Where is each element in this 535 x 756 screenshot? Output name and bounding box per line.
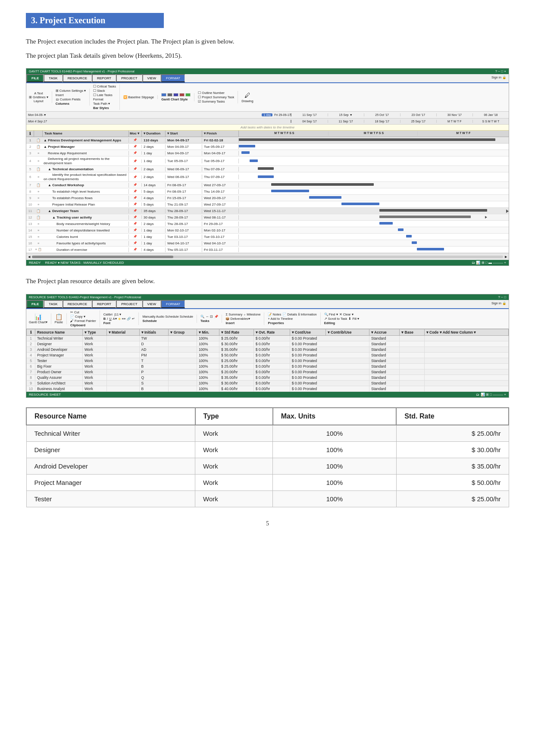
gantt-title-bar: GANTT CHART TOOLS 614482-Project Managem… xyxy=(26,69,509,74)
toolbar-layout-label: Layout xyxy=(34,99,44,103)
task-path-label: Task Path ▾ xyxy=(93,102,116,106)
row-num-6: 6 xyxy=(26,175,34,179)
rs-addcol-6 xyxy=(424,369,508,375)
row-finish-3: Mon 04-09-17 xyxy=(202,151,239,156)
row-start-5: Wed 06-09-17 xyxy=(166,167,202,172)
big-table-header-max: Max. Units xyxy=(273,408,397,425)
rs-code-7 xyxy=(400,375,424,380)
font-size: |11 ▾ xyxy=(114,312,121,316)
bt-max-1: 100% xyxy=(273,441,397,458)
bt-type-2: Work xyxy=(195,458,273,474)
rs-max-3: 100% xyxy=(197,352,219,358)
row-dur-6: 2 days xyxy=(142,175,166,179)
rs-material-7 xyxy=(106,375,139,380)
rs-group-0 xyxy=(169,335,197,341)
rs-ovt-7: $ 0.00/hr xyxy=(253,375,290,380)
rs-name-4: Tester xyxy=(35,358,83,363)
tab-task[interactable]: TASK xyxy=(44,74,62,82)
row-num-4: 4 xyxy=(26,159,34,163)
resource-subtitle: The Project plan resource details are gi… xyxy=(26,276,509,286)
scroll-to-task-icon: ↗ Scroll to Task xyxy=(324,317,347,321)
row-dur-2: 2 days xyxy=(142,144,166,149)
rs-base-4: Standard xyxy=(369,358,399,363)
res-tb-paste: 📋 Paste xyxy=(55,313,67,324)
gantt-row-2: 2 📋 ▲ Project Manager 📌 2 days Mon 04-09… xyxy=(26,144,509,150)
style-swatch-5 xyxy=(185,93,191,97)
tab-file[interactable]: FILE xyxy=(26,74,44,82)
row-icon-10: ≡ xyxy=(34,203,43,206)
rs-name-6: Product Owner xyxy=(35,369,83,375)
res-tb-properties: 📝 Notes 📄 Details ℹ Information + Add to… xyxy=(268,312,320,325)
row-taskname-5: ▲ Technical documentation xyxy=(43,167,129,172)
big-table-header-type: Type xyxy=(195,408,273,425)
row-num-16: 16 xyxy=(26,241,34,245)
mode-icon: ⊡ xyxy=(210,315,213,319)
deliverables-icon: 📦 Deliverables▾ xyxy=(225,317,250,321)
res-tab-report[interactable]: REPORT xyxy=(92,300,116,308)
rs-base-2: Standard xyxy=(369,347,399,352)
rs-num-3: 4 xyxy=(27,352,35,358)
res-tab-resource[interactable]: RESOURCE xyxy=(63,300,92,308)
editing-icons: 🔍 Find ▾ ✕ Clear ▾ xyxy=(324,312,359,316)
gantt-screenshot: GANTT CHART TOOLS 614482-Project Managem… xyxy=(26,68,509,266)
scroll-right-icon[interactable]: ▶ xyxy=(505,255,507,259)
underline-btn[interactable]: U xyxy=(109,317,111,321)
gantt-row-6: 6 ≡ Identify the product technical speci… xyxy=(26,172,509,182)
italic-btn[interactable]: I xyxy=(107,317,108,321)
gantt-week-dates: 04 Sep '17 11 Sep '17 18 Sep '17 25 Sep … xyxy=(291,120,509,123)
tasks-icons-row: 🔍 ↔ ⊡ 📌 xyxy=(200,315,219,319)
paste-icon: 📋 xyxy=(55,313,63,320)
rs-material-5 xyxy=(106,363,139,369)
paste-label: Paste xyxy=(55,320,63,324)
tab-project[interactable]: PROJECT xyxy=(116,74,142,82)
bold-btn[interactable]: B xyxy=(103,317,106,321)
row-icon-8: ≡ xyxy=(34,190,43,193)
res-tab-task[interactable]: TASK xyxy=(44,300,62,308)
rs-std-8: $ 30.00/hr xyxy=(219,380,254,386)
row-mode-11: 📌 xyxy=(129,209,142,212)
col-num-header: ℹ xyxy=(26,131,34,137)
rs-material-2 xyxy=(106,347,139,352)
row-taskname-12: ▲ Tracking user activity xyxy=(43,215,129,220)
row-icon-7: 📋 xyxy=(34,183,43,187)
tab-resource[interactable]: RESOURCE xyxy=(63,74,92,82)
row-taskname-1: ▲ Fitness Development and Management App… xyxy=(43,138,129,143)
scroll-track[interactable] xyxy=(32,256,503,258)
clear-icon: ✕ Clear ▾ xyxy=(339,312,354,316)
tab-view[interactable]: VIEW xyxy=(142,74,161,82)
scroll-left-icon[interactable]: ◀ xyxy=(28,255,30,259)
schedule-section-label: Schedule xyxy=(142,319,193,323)
row-finish-7: Wed 27-09-17 xyxy=(202,183,239,187)
rs-col-addcol: ▾ Code ▾ Add New Column ▾ xyxy=(424,329,508,335)
font-color-btn[interactable]: A▾ xyxy=(113,317,117,321)
tab-report[interactable]: REPORT xyxy=(92,74,116,82)
rs-addcol-9 xyxy=(424,386,508,391)
row-num-11: 11 xyxy=(26,209,34,213)
res-tab-project[interactable]: PROJECT xyxy=(116,300,142,308)
rs-init-1: D xyxy=(139,341,169,347)
res-tb-insert: Σ Summary ⬦ Milestone 📦 Deliverables▾ In… xyxy=(225,312,264,325)
row-finish-12: Wed 08-11-17 xyxy=(202,215,239,220)
rs-code-1 xyxy=(400,341,424,347)
signin-text: Sign in 🔒 xyxy=(489,74,509,82)
rs-type-0: Work xyxy=(83,335,107,341)
rs-type-8: Work xyxy=(83,380,107,386)
row-icon-12: 📋 xyxy=(34,216,43,219)
rs-ovt-5: $ 0.00/hr xyxy=(253,363,290,369)
rs-costuse-9: $ 0.00 Prorated xyxy=(290,386,369,391)
res-tab-format[interactable]: FORMAT xyxy=(161,300,185,308)
row-num-1: 1 xyxy=(26,138,34,142)
row-num-8: 8 xyxy=(26,190,34,194)
tasks-section-label: Tasks xyxy=(200,319,219,323)
rs-std-1: $ 30.00/hr xyxy=(219,341,254,347)
res-tab-file[interactable]: FILE xyxy=(26,300,44,308)
res-tab-view[interactable]: VIEW xyxy=(142,300,161,308)
tl-w4: 23 Oct '17 xyxy=(400,113,437,116)
gantt-row-5: 5 📋 ▲ Technical documentation 📌 2 days W… xyxy=(26,166,509,172)
rs-col-max: ▾ Min. xyxy=(197,329,219,335)
bt-type-3: Work xyxy=(195,474,273,490)
rs-ovt-2: $ 0.00/hr xyxy=(253,347,290,352)
gantt-timeline-ruler: Mon 04-09-▼ 1 day Fri 29-09-17 11 Sep '1… xyxy=(26,112,509,119)
tab-format[interactable]: FORMAT xyxy=(161,74,185,82)
bt-type-4: Work xyxy=(195,490,273,507)
